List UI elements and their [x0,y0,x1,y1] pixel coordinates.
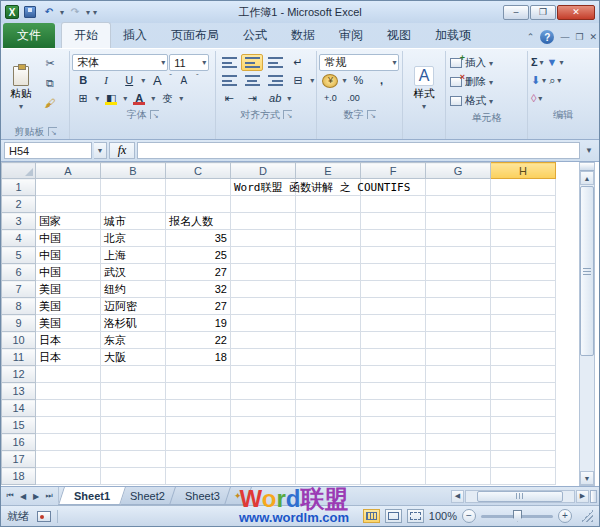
percent-format-button[interactable]: % [347,72,369,89]
font-name-select[interactable]: 宋体▾ [72,54,168,71]
grow-font-button[interactable]: A [146,72,168,89]
cell-C6[interactable]: 27 [166,264,231,281]
cell-B17[interactable] [101,451,166,468]
cell-C15[interactable] [166,417,231,434]
cell-B6[interactable]: 武汉 [101,264,166,281]
row-header-13[interactable]: 13 [2,383,36,400]
cell-G7[interactable] [426,281,491,298]
number-dialog-launcher-icon[interactable]: ↘ [367,110,376,119]
bold-button[interactable]: B [72,72,94,89]
row-header-11[interactable]: 11 [2,349,36,366]
italic-button[interactable]: I [95,72,117,89]
column-header-E[interactable]: E [296,163,361,179]
column-header-H[interactable]: H [491,163,556,179]
align-left-button[interactable] [218,72,240,89]
borders-button[interactable]: ⊞ [72,90,94,107]
cell-A5[interactable]: 中国 [36,247,101,264]
align-right-button[interactable] [264,72,286,89]
cell-D10[interactable] [231,332,296,349]
column-header-F[interactable]: F [361,163,426,179]
cell-D12[interactable] [231,366,296,383]
bottom-align-button[interactable] [264,54,286,71]
cell-D13[interactable] [231,383,296,400]
redo-dropdown-icon[interactable]: ▾ [86,8,90,17]
cell-A10[interactable]: 日本 [36,332,101,349]
cell-H4[interactable] [491,230,556,247]
tab-页面布局[interactable]: 页面布局 [159,23,231,48]
row-header-9[interactable]: 9 [2,315,36,332]
font-color-button[interactable]: A [128,90,150,107]
styles-button[interactable]: A 样式 ▾ [407,52,441,124]
cell-C1[interactable] [166,179,231,196]
cell-C18[interactable] [166,468,231,485]
middle-align-button[interactable] [241,54,263,71]
cell-G8[interactable] [426,298,491,315]
wrap-text-button[interactable]: ↵ [287,54,309,71]
row-header-17[interactable]: 17 [2,451,36,468]
cell-E10[interactable] [296,332,361,349]
cell-F12[interactable] [361,366,426,383]
cell-B7[interactable]: 纽约 [101,281,166,298]
cell-A6[interactable]: 中国 [36,264,101,281]
zoom-out-button[interactable]: − [462,509,476,523]
cell-F4[interactable] [361,230,426,247]
cell-C16[interactable] [166,434,231,451]
cell-G10[interactable] [426,332,491,349]
cell-E3[interactable] [296,213,361,230]
close-button[interactable]: ✕ [557,5,595,20]
cell-D7[interactable] [231,281,296,298]
name-box-dropdown-icon[interactable]: ▼ [94,142,107,159]
cell-A8[interactable]: 美国 [36,298,101,315]
tab-公式[interactable]: 公式 [231,23,279,48]
cell-A18[interactable] [36,468,101,485]
help-icon[interactable]: ? [540,30,554,44]
cell-G15[interactable] [426,417,491,434]
cell-E13[interactable] [296,383,361,400]
increase-indent-button[interactable]: ⇥ [241,90,263,107]
tab-数据[interactable]: 数据 [279,23,327,48]
workbook-minimize-icon[interactable]: — [560,33,569,42]
cell-A1[interactable] [36,179,101,196]
cell-D6[interactable] [231,264,296,281]
page-layout-view-button[interactable] [385,509,402,523]
row-header-12[interactable]: 12 [2,366,36,383]
cut-button[interactable]: ✂ [40,54,60,72]
cell-G14[interactable] [426,400,491,417]
undo-button[interactable]: ↶ [41,5,57,19]
minimize-button[interactable]: – [503,5,529,20]
cell-C3[interactable]: 报名人数 [166,213,231,230]
name-box[interactable]: H54 [4,142,92,159]
column-header-G[interactable]: G [426,163,491,179]
font-size-select[interactable]: 11▾ [169,54,209,71]
phonetic-button[interactable]: 变 [156,90,178,107]
next-sheet-icon[interactable]: ▶ [30,492,42,501]
undo-dropdown-icon[interactable]: ▾ [60,8,64,17]
horizontal-scroll-thumb[interactable] [477,491,563,502]
column-header-B[interactable]: B [101,163,166,179]
cell-E4[interactable] [296,230,361,247]
row-header-5[interactable]: 5 [2,247,36,264]
cell-D9[interactable] [231,315,296,332]
cell-B13[interactable] [101,383,166,400]
column-header-C[interactable]: C [166,163,231,179]
cell-E5[interactable] [296,247,361,264]
cell-F9[interactable] [361,315,426,332]
row-header-2[interactable]: 2 [2,196,36,213]
redo-button[interactable]: ↷ [67,5,83,19]
cell-A13[interactable] [36,383,101,400]
cell-E15[interactable] [296,417,361,434]
cell-F7[interactable] [361,281,426,298]
cell-D2[interactable] [231,196,296,213]
cell-A16[interactable] [36,434,101,451]
cell-H11[interactable] [491,349,556,366]
cell-B14[interactable] [101,400,166,417]
align-center-button[interactable] [241,72,263,89]
currency-format-button[interactable]: ¥ [319,72,341,89]
cell-E16[interactable] [296,434,361,451]
first-sheet-icon[interactable]: ⏮ [4,491,16,501]
cell-H5[interactable] [491,247,556,264]
cell-C11[interactable]: 18 [166,349,231,366]
horizontal-split-handle[interactable] [590,490,597,503]
last-sheet-icon[interactable]: ⏭ [43,491,55,501]
cell-G5[interactable] [426,247,491,264]
